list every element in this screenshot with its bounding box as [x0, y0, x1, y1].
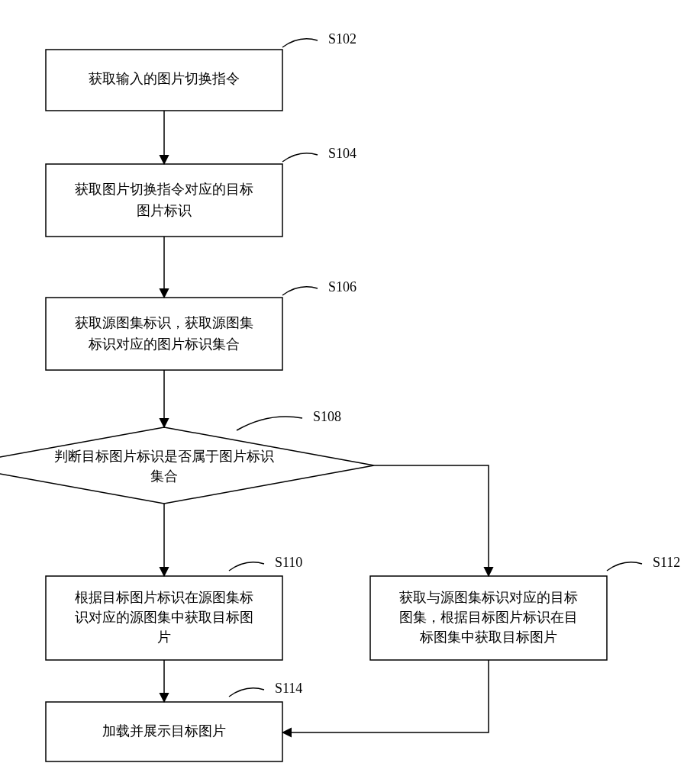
leader-s104 — [282, 153, 318, 162]
label-s108: S108 — [313, 409, 341, 424]
step-s112-text-l3: 标图集中获取目标图片 — [419, 629, 557, 645]
leader-s108 — [237, 417, 302, 430]
step-s108-text-l1: 判断目标图片标识是否属于图片标识 — [54, 449, 274, 464]
flowchart-diagram: 获取输入的图片切换指令 S102 获取图片切换指令对应的目标 图片标识 S104… — [0, 0, 700, 763]
step-s110-text-l2: 识对应的源图集中获取目标图 — [75, 610, 253, 625]
step-s112-text-l2: 图集，根据目标图片标识在目 — [399, 610, 578, 625]
step-s108-decision: 判断目标图片标识是否属于图片标识 集合 S108 — [0, 409, 374, 504]
label-s114: S114 — [275, 681, 302, 696]
svg-marker-3 — [0, 427, 374, 504]
label-s102: S102 — [328, 31, 356, 47]
step-s112: 获取与源图集标识对应的目标 图集，根据目标图片标识在目 标图集中获取目标图片 S… — [370, 555, 680, 660]
step-s110-text-l1: 根据目标图片标识在源图集标 — [75, 590, 253, 605]
step-s104: 获取图片切换指令对应的目标 图片标识 S104 — [46, 146, 356, 237]
step-s104-text-l2: 图片标识 — [137, 203, 192, 218]
leader-s114 — [229, 688, 264, 697]
step-s104-text-l1: 获取图片切换指令对应的目标 — [75, 182, 253, 197]
arrow-s108-s112 — [374, 465, 489, 576]
leader-s106 — [282, 287, 318, 295]
leader-s102 — [282, 39, 318, 47]
svg-rect-2 — [46, 298, 282, 370]
leader-s112 — [607, 562, 642, 571]
step-s106-text-l2: 标识对应的图片标识集合 — [88, 336, 240, 352]
step-s112-text-l1: 获取与源图集标识对应的目标 — [399, 590, 578, 605]
step-s108-text-l2: 集合 — [150, 468, 178, 484]
step-s114: 加载并展示目标图片 S114 — [46, 681, 302, 761]
step-s106: 获取源图集标识，获取源图集 标识对应的图片标识集合 S106 — [46, 279, 356, 370]
step-s110: 根据目标图片标识在源图集标 识对应的源图集中获取目标图 片 S110 — [46, 555, 302, 660]
step-s102-text: 获取输入的图片切换指令 — [89, 71, 240, 86]
label-s110: S110 — [275, 555, 302, 570]
label-s104: S104 — [328, 146, 356, 161]
label-s106: S106 — [328, 279, 356, 295]
step-s102: 获取输入的图片切换指令 S102 — [46, 31, 356, 111]
arrow-s112-s114 — [282, 660, 489, 732]
step-s110-text-l3: 片 — [157, 629, 171, 645]
label-s112: S112 — [653, 555, 680, 570]
svg-rect-1 — [46, 164, 282, 237]
leader-s110 — [229, 562, 264, 571]
step-s106-text-l1: 获取源图集标识，获取源图集 — [75, 315, 253, 330]
step-s114-text: 加载并展示目标图片 — [102, 723, 226, 739]
